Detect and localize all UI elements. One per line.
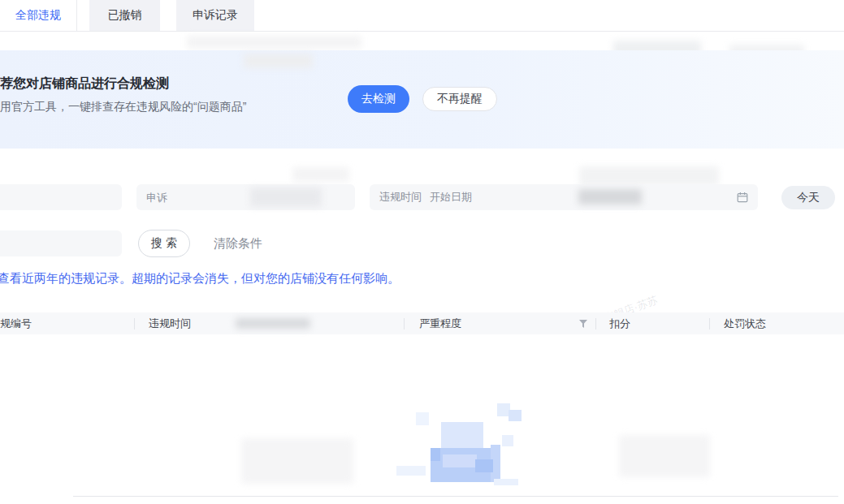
appeal-filter-input[interactable] [136, 184, 355, 210]
header-divider [134, 318, 135, 330]
blur-patch [236, 318, 310, 329]
violation-time-label: 违规时间 [379, 190, 422, 205]
column-violation-time: 违规时间 [149, 312, 191, 334]
blur-patch [579, 166, 719, 186]
header-divider [709, 318, 710, 330]
tab-bar: 全部违规 已撤销 申诉记录 [0, 0, 844, 32]
blur-patch [250, 187, 322, 207]
violation-time-input[interactable]: 违规时间 开始日期 [370, 184, 758, 210]
filter-funnel-icon[interactable] [578, 319, 588, 331]
blur-patch [244, 54, 313, 68]
filter-input-second[interactable] [0, 230, 122, 256]
banner-subtitle: 用官方工具，一键排查存在违规风险的“问题商品” [0, 100, 246, 114]
bottom-divider [73, 496, 838, 497]
column-severity: 严重程度 [419, 312, 461, 334]
tab-appeal-records[interactable]: 申诉记录 [176, 0, 254, 31]
records-retention-notice: 查看近两年的违规记录。超期的记录会消失，但对您的店铺没有任何影响。 [0, 271, 400, 286]
column-points-deducted: 扣分 [609, 312, 630, 334]
blur-patch [292, 167, 349, 182]
violations-page: 全部违规 已撤销 申诉记录 荐您对店铺商品进行合规检测 用官方工具，一键排查存在… [0, 0, 844, 504]
dismiss-reminder-button[interactable]: 不再提醒 [422, 87, 497, 111]
column-penalty-status: 处罚状态 [724, 312, 766, 334]
blur-patch [578, 189, 642, 205]
go-check-button[interactable]: 去检测 [348, 85, 409, 113]
start-date-placeholder: 开始日期 [430, 190, 472, 205]
violations-table-header: 规编号 违规时间 严重程度 扣分 处罚状态 [0, 312, 844, 334]
tab-revoked[interactable]: 已撤销 [89, 0, 160, 31]
filter-input-first[interactable] [0, 184, 122, 210]
blur-patch [187, 36, 361, 49]
header-divider [595, 318, 596, 330]
compliance-banner: 荐您对店铺商品进行合规检测 用官方工具，一键排查存在违规风险的“问题商品” 去检… [0, 50, 844, 149]
clear-filters-button[interactable]: 清除条件 [209, 235, 267, 252]
search-button[interactable]: 搜 索 [138, 230, 190, 257]
banner-title: 荐您对店铺商品进行合规检测 [0, 75, 169, 93]
blur-patch [619, 435, 710, 477]
empty-state-illustration [374, 398, 536, 487]
column-violation-id: 规编号 [0, 312, 32, 334]
blur-patch [241, 438, 353, 484]
today-button[interactable]: 今天 [781, 186, 835, 209]
tab-all-violations[interactable]: 全部违规 [0, 0, 77, 31]
calendar-icon[interactable] [737, 192, 748, 205]
header-divider [404, 318, 405, 330]
